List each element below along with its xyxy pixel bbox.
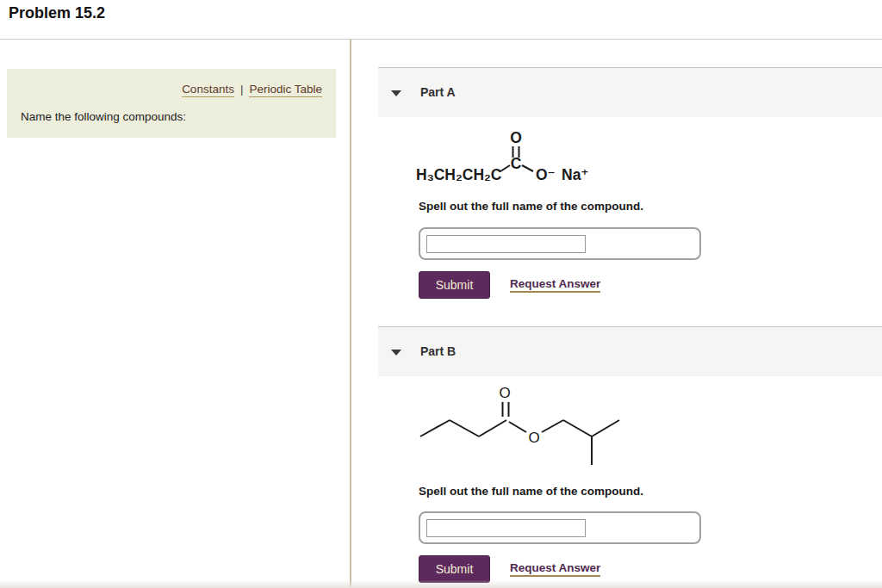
constants-link[interactable]: Constants — [182, 83, 234, 97]
bottom-fade — [0, 580, 882, 588]
panel-splitter[interactable] — [350, 40, 351, 588]
part-b-header[interactable]: Part B — [378, 326, 882, 376]
part-b-answer-input[interactable] — [426, 519, 586, 537]
carbonyl-oxygen-label: O — [510, 129, 522, 146]
single-bond-line — [500, 165, 510, 171]
part-b-structure: O O — [412, 381, 631, 472]
part-b-answer-box — [419, 511, 701, 544]
page-title: Problem 15.2 — [9, 4, 105, 22]
bond-line — [592, 420, 619, 436]
carbonyl-carbon-label: C — [511, 155, 522, 172]
part-b-request-answer-link[interactable]: Request Answer — [510, 561, 600, 577]
carbonyl-oxygen-label: O — [499, 385, 510, 401]
ester-oxygen-label: O — [528, 430, 539, 446]
bond-line — [450, 420, 479, 436]
part-a-prompt: Spell out the full name of the compound. — [419, 200, 643, 213]
part-a-label: Part A — [420, 85, 456, 99]
part-a-submit-button[interactable]: Submit — [419, 271, 490, 299]
part-b-submit-button[interactable]: Submit — [419, 555, 490, 583]
part-a-header[interactable]: Part A — [378, 67, 882, 117]
bond-line — [509, 422, 526, 432]
link-separator: | — [240, 83, 244, 96]
alkyl-chain-label: H₃CH₂CH₂C — [416, 166, 502, 183]
bond-line — [479, 420, 506, 436]
anion-oxygen-label: O⁻ — [536, 166, 556, 183]
bond-line — [563, 420, 592, 436]
part-a-answer-box — [419, 227, 701, 260]
collapse-arrow-icon — [391, 350, 401, 356]
intro-links-row: Constants|Periodic Table — [182, 83, 322, 96]
part-b-label: Part B — [420, 344, 456, 358]
intro-panel: Constants|Periodic Table Name the follow… — [7, 69, 336, 138]
collapse-arrow-icon — [391, 90, 401, 96]
part-a-answer-input[interactable] — [426, 235, 586, 253]
sodium-cation-label: Na⁺ — [562, 166, 589, 183]
part-b-prompt: Spell out the full name of the compound. — [419, 485, 643, 498]
intro-instruction: Name the following compounds: — [21, 110, 186, 123]
header-divider — [0, 39, 882, 40]
part-a-structure: O C H₃CH₂CH₂C O⁻ Na⁺ — [414, 126, 599, 188]
bond-line — [542, 420, 563, 432]
bond-line — [420, 420, 450, 436]
periodic-table-link[interactable]: Periodic Table — [249, 83, 322, 97]
single-bond-line — [522, 165, 533, 171]
part-a-request-answer-link[interactable]: Request Answer — [510, 277, 600, 293]
